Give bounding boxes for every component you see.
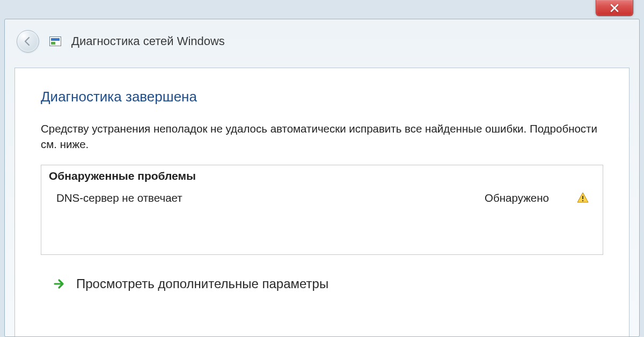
problem-row[interactable]: DNS-сервер не отвечает Обнаружено (41, 186, 603, 213)
problems-header: Обнаруженные проблемы (41, 165, 603, 186)
close-icon (610, 3, 619, 13)
wizard-window: Диагностика сетей Windows Диагностика за… (4, 19, 640, 337)
problem-name: DNS-сервер не отвечает (56, 192, 485, 204)
window-title: Диагностика сетей Windows (71, 34, 225, 48)
arrow-right-icon (52, 276, 67, 291)
svg-rect-1 (582, 200, 583, 201)
view-additional-link[interactable]: Просмотреть дополнительные параметры (41, 276, 603, 291)
problem-status: Обнаружено (485, 192, 549, 204)
warning-icon (576, 191, 590, 205)
view-additional-label: Просмотреть дополнительные параметры (76, 276, 328, 291)
back-arrow-icon (22, 35, 34, 47)
titlebar-close-wrap (596, 0, 633, 16)
svg-rect-0 (582, 196, 583, 199)
page-heading: Диагностика завершена (41, 89, 603, 105)
wizard-header: Диагностика сетей Windows (5, 19, 639, 68)
problems-box: Обнаруженные проблемы DNS-сервер не отве… (41, 165, 603, 255)
problems-spacer (41, 213, 603, 254)
content-panel: Диагностика завершена Средству устранени… (14, 68, 630, 337)
diagnostics-icon (49, 35, 62, 48)
page-description: Средству устранения неполадок не удалось… (41, 121, 603, 152)
back-button[interactable] (17, 30, 39, 53)
close-button[interactable] (596, 0, 633, 16)
